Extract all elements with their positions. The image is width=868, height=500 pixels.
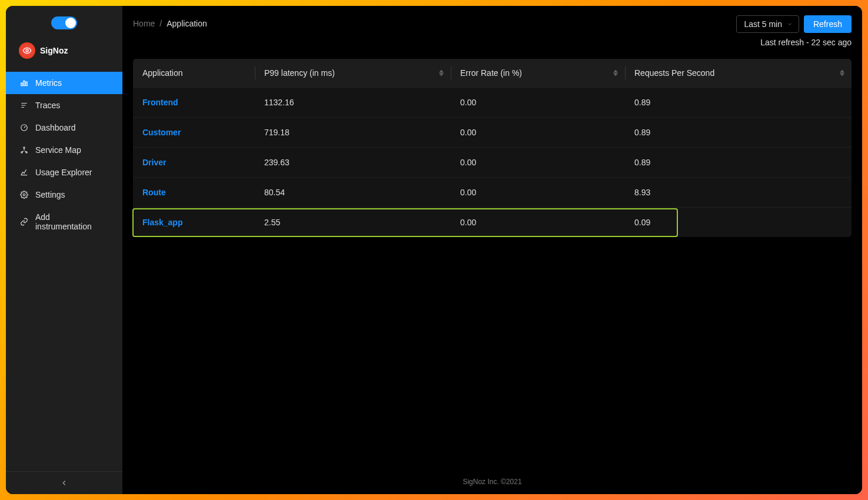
cell-p99: 719.18 bbox=[255, 118, 451, 148]
application-link[interactable]: Route bbox=[142, 188, 166, 197]
last-refresh-text: Last refresh - 22 sec ago bbox=[760, 38, 852, 47]
sort-icon bbox=[439, 70, 444, 76]
list-icon bbox=[20, 101, 28, 109]
sidebar-item-label: Metrics bbox=[35, 78, 62, 88]
svg-point-0 bbox=[26, 49, 28, 52]
cell-p99: 2.55 bbox=[255, 208, 451, 238]
table-header-row: Application P99 latency (in ms) Error Ra… bbox=[133, 59, 852, 88]
sidebar-item-usage-explorer[interactable]: Usage Explorer bbox=[6, 161, 122, 184]
table-row[interactable]: Flask_app2.550.000.09 bbox=[133, 208, 852, 238]
col-p99[interactable]: P99 latency (in ms) bbox=[255, 59, 451, 88]
application-link[interactable]: Flask_app bbox=[142, 218, 182, 227]
cell-rps: 0.89 bbox=[625, 88, 852, 118]
col-application[interactable]: Application bbox=[133, 59, 255, 88]
brand-logo-icon bbox=[19, 42, 35, 59]
cell-rps: 0.89 bbox=[625, 148, 852, 178]
sidebar-item-metrics[interactable]: Metrics bbox=[6, 72, 122, 94]
cell-p99: 239.63 bbox=[255, 148, 451, 178]
sidebar-header: SigNoz bbox=[6, 6, 122, 72]
brand-name: SigNoz bbox=[40, 46, 68, 55]
footer-text: SigNoz Inc. ©2021 bbox=[463, 478, 521, 486]
sidebar-item-label: Usage Explorer bbox=[35, 168, 92, 177]
svg-rect-3 bbox=[26, 82, 27, 85]
time-range-select[interactable]: Last 5 min bbox=[736, 15, 799, 33]
sort-icon bbox=[613, 70, 618, 76]
sidebar-item-label: Traces bbox=[35, 101, 60, 110]
main-content: Home / Application Last 5 min Refresh La… bbox=[122, 6, 862, 494]
sidebar-item-label: Dashboard bbox=[35, 123, 76, 132]
application-link[interactable]: Frontend bbox=[142, 98, 178, 107]
breadcrumb: Home / Application bbox=[133, 15, 207, 28]
footer: SigNoz Inc. ©2021 bbox=[122, 478, 862, 486]
svg-point-8 bbox=[24, 147, 25, 148]
toggle-knob bbox=[65, 18, 76, 28]
api-icon bbox=[20, 218, 28, 226]
gear-icon bbox=[20, 191, 28, 199]
chevron-left-icon bbox=[60, 479, 68, 487]
theme-toggle[interactable] bbox=[51, 16, 77, 29]
topbar: Home / Application Last 5 min Refresh La… bbox=[122, 6, 862, 52]
refresh-button[interactable]: Refresh bbox=[804, 15, 852, 33]
col-error-rate[interactable]: Error Rate (in %) bbox=[451, 59, 625, 88]
theme-toggle-row bbox=[14, 16, 114, 29]
top-controls: Last 5 min Refresh Last refresh - 22 sec… bbox=[736, 15, 852, 47]
svg-rect-1 bbox=[21, 83, 22, 86]
chevron-down-icon bbox=[787, 21, 793, 27]
table-row[interactable]: Route80.540.008.93 bbox=[133, 178, 852, 208]
sort-icon bbox=[840, 70, 844, 76]
cell-error-rate: 0.00 bbox=[451, 178, 625, 208]
sidebar: SigNoz Metrics Traces Dashboard Service … bbox=[6, 6, 122, 494]
brand[interactable]: SigNoz bbox=[14, 40, 114, 67]
svg-point-11 bbox=[23, 194, 25, 196]
cell-error-rate: 0.00 bbox=[451, 208, 625, 238]
cell-rps: 8.93 bbox=[625, 178, 852, 208]
cell-p99: 80.54 bbox=[255, 178, 451, 208]
line-chart-icon bbox=[20, 168, 28, 176]
applications-table: Application P99 latency (in ms) Error Ra… bbox=[133, 59, 852, 237]
breadcrumb-separator: / bbox=[159, 19, 162, 28]
cell-p99: 1132.16 bbox=[255, 88, 451, 118]
app-window: SigNoz Metrics Traces Dashboard Service … bbox=[6, 6, 862, 494]
cell-error-rate: 0.00 bbox=[451, 88, 625, 118]
cell-rps: 0.09 bbox=[625, 208, 852, 238]
breadcrumb-home[interactable]: Home bbox=[133, 19, 155, 28]
table-row[interactable]: Frontend1132.160.000.89 bbox=[133, 88, 852, 118]
application-link[interactable]: Driver bbox=[142, 158, 166, 167]
cell-error-rate: 0.00 bbox=[451, 118, 625, 148]
col-rps[interactable]: Requests Per Second bbox=[625, 59, 852, 88]
bar-chart-icon bbox=[20, 79, 28, 87]
breadcrumb-current: Application bbox=[167, 19, 207, 28]
sidebar-item-service-map[interactable]: Service Map bbox=[6, 139, 122, 161]
table-wrapper: Application P99 latency (in ms) Error Ra… bbox=[133, 59, 852, 237]
nav-list: Metrics Traces Dashboard Service Map Usa… bbox=[6, 72, 122, 238]
time-range-value: Last 5 min bbox=[744, 19, 782, 29]
svg-rect-2 bbox=[24, 81, 25, 86]
cell-rps: 0.89 bbox=[625, 118, 852, 148]
table-row[interactable]: Driver239.630.000.89 bbox=[133, 148, 852, 178]
sidebar-item-settings[interactable]: Settings bbox=[6, 184, 122, 206]
content-area: Application P99 latency (in ms) Error Ra… bbox=[122, 52, 862, 244]
application-link[interactable]: Customer bbox=[142, 128, 181, 137]
sidebar-item-label: Add instrumentation bbox=[35, 212, 108, 231]
table-row[interactable]: Customer719.180.000.89 bbox=[133, 118, 852, 148]
sidebar-item-label: Service Map bbox=[35, 145, 81, 155]
dashboard-icon bbox=[20, 124, 28, 132]
sidebar-collapse-button[interactable] bbox=[6, 471, 122, 494]
network-icon bbox=[20, 146, 28, 154]
sidebar-item-label: Settings bbox=[35, 190, 65, 199]
cell-error-rate: 0.00 bbox=[451, 148, 625, 178]
sidebar-item-add-instrumentation[interactable]: Add instrumentation bbox=[6, 206, 122, 238]
sidebar-item-dashboard[interactable]: Dashboard bbox=[6, 116, 122, 139]
sidebar-item-traces[interactable]: Traces bbox=[6, 94, 122, 116]
